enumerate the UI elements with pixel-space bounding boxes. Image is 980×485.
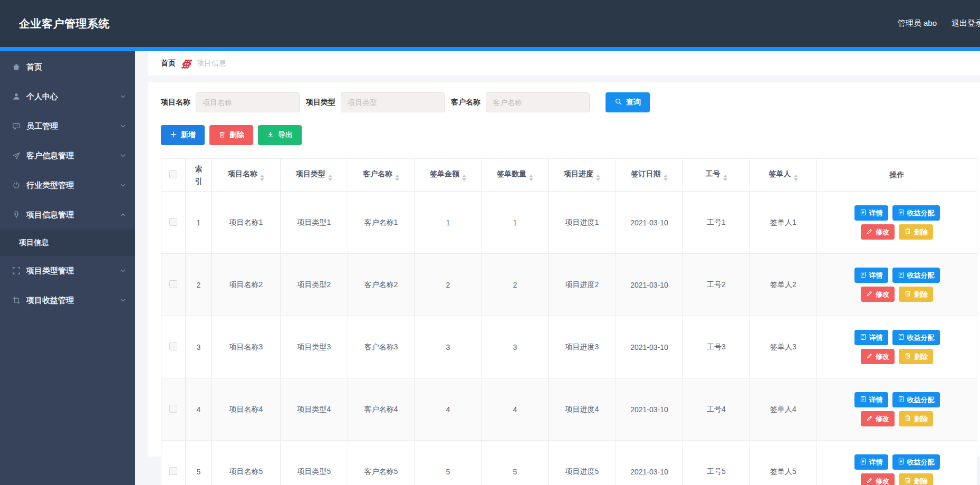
customer-name-input[interactable] (486, 92, 590, 112)
project-type-input[interactable] (341, 92, 445, 112)
row-checkbox[interactable] (169, 467, 177, 475)
edit-button[interactable]: 修改 (861, 224, 895, 240)
sidebar-item-home[interactable]: 首页 (0, 52, 135, 82)
export-button[interactable]: 导出 (258, 125, 302, 145)
row-delete-button[interactable]: 删除 (899, 224, 933, 240)
cell-actions: 详情 收益分配 修改 删除 (817, 378, 977, 441)
trash-icon (904, 290, 911, 299)
edit-button[interactable]: 修改 (861, 287, 895, 302)
cell-customer: 客户名称5 (348, 441, 415, 485)
trash-icon (218, 131, 226, 140)
logout-link[interactable]: 退出登录 (952, 18, 980, 28)
pencil-icon (866, 353, 873, 361)
row-delete-button[interactable]: 删除 (899, 287, 933, 302)
add-button[interactable]: 新增 (161, 125, 205, 145)
profit-allocate-button[interactable]: 收益分配 (892, 392, 940, 407)
cell-signer: 签单人4 (750, 378, 817, 441)
sort-icon[interactable] (596, 175, 600, 181)
column-header-index: 索引 (186, 159, 212, 192)
cell-customer: 客户名称1 (348, 192, 415, 254)
column-header-amount[interactable]: 签单金额 (415, 159, 482, 192)
sidebar-item-label: 项目信息管理 (26, 210, 74, 220)
search-group-customer-name: 客户名称 (451, 92, 590, 112)
navbar-right: 管理员 abo 退出登录 (898, 0, 980, 47)
project-name-input[interactable] (196, 92, 300, 112)
document-icon (898, 209, 905, 217)
sidebar-item-project-type[interactable]: 项目类型管理 (0, 256, 135, 286)
sidebar-item-profile[interactable]: 个人中心 (0, 82, 135, 111)
sort-icon[interactable] (664, 175, 668, 181)
sort-icon[interactable] (328, 175, 332, 181)
detail-button[interactable]: 详情 (854, 392, 888, 407)
query-button[interactable]: 查询 (606, 92, 650, 112)
column-header-progress[interactable]: 项目进度 (549, 159, 616, 192)
table-header-row: 索引项目名称项目类型客户名称签单金额签单数量项目进度签订日期工号签单人操作 (161, 159, 977, 192)
search-form: 项目名称 项目类型 客户名称 查询 (161, 92, 977, 112)
sort-icon[interactable] (794, 175, 798, 181)
plus-icon (170, 131, 177, 140)
delete-button[interactable]: 删除 (209, 125, 253, 145)
detail-button[interactable]: 详情 (854, 454, 888, 470)
cell-progress: 项目进度2 (549, 254, 616, 316)
sidebar-subitem-project-info[interactable]: 项目信息 (0, 230, 135, 256)
profit-allocate-button[interactable]: 收益分配 (892, 454, 940, 470)
edit-button[interactable]: 修改 (861, 411, 895, 426)
cell-index: 5 (186, 441, 212, 485)
row-checkbox[interactable] (169, 405, 177, 413)
select-all-checkbox[interactable] (169, 170, 177, 178)
column-header-work-no[interactable]: 工号 (683, 159, 750, 192)
cell-date: 2021-03-10 (616, 316, 683, 378)
column-header-signer[interactable]: 签单人 (750, 159, 817, 192)
sort-icon[interactable] (395, 175, 399, 181)
app-title: 企业客户管理系统 (19, 16, 110, 31)
detail-button[interactable]: 详情 (854, 205, 888, 221)
cell-customer: 客户名称3 (348, 316, 415, 378)
row-delete-button[interactable]: 删除 (899, 473, 933, 485)
detail-button[interactable]: 详情 (854, 268, 888, 283)
sidebar-item-project-info-mgmt[interactable]: 项目信息管理 (0, 200, 135, 230)
chevron-down-icon (119, 267, 127, 274)
sort-icon[interactable] (723, 175, 727, 181)
profit-allocate-button[interactable]: 收益分配 (892, 205, 940, 221)
profit-allocate-button[interactable]: 收益分配 (892, 330, 940, 345)
trash-icon (904, 414, 911, 423)
row-delete-button[interactable]: 删除 (899, 349, 933, 364)
sidebar-item-customer-info[interactable]: 客户信息管理 (0, 141, 135, 170)
column-header-quantity[interactable]: 签单数量 (482, 159, 549, 192)
profit-allocate-button[interactable]: 收益分配 (892, 268, 940, 283)
document-icon (898, 271, 905, 280)
detail-button[interactable]: 详情 (854, 330, 888, 345)
sidebar-item-project-profit[interactable]: 项目收益管理 (0, 286, 135, 315)
sidebar-item-label: 项目类型管理 (26, 266, 74, 276)
sort-icon[interactable] (260, 175, 264, 181)
select-all-header-cell (161, 159, 186, 192)
row-delete-button[interactable]: 删除 (899, 411, 933, 426)
cell-name: 项目名称2 (212, 254, 281, 316)
column-header-customer[interactable]: 客户名称 (348, 159, 415, 192)
pencil-icon (866, 290, 873, 299)
current-user[interactable]: 管理员 abo (898, 18, 937, 28)
breadcrumb-home[interactable]: 首页 (161, 59, 176, 68)
cell-work-no: 工号4 (683, 378, 750, 441)
table-row: 4项目名称4项目类型4客户名称444项目进度42021-03-10工号4签单人4… (161, 378, 977, 441)
sort-icon[interactable] (529, 175, 533, 181)
cell-actions: 详情 收益分配 修改 删除 (817, 254, 977, 316)
cell-customer: 客户名称2 (348, 254, 415, 316)
sidebar-item-staff-mgmt[interactable]: 员工管理 (0, 111, 135, 141)
row-checkbox[interactable] (169, 280, 177, 288)
row-checkbox[interactable] (169, 218, 177, 226)
sort-icon[interactable] (462, 175, 466, 181)
chevron-down-icon (119, 297, 127, 304)
cell-quantity: 1 (482, 192, 549, 254)
column-header-name[interactable]: 项目名称 (212, 159, 281, 192)
edit-button[interactable]: 修改 (861, 349, 895, 364)
column-header-type[interactable]: 项目类型 (281, 159, 348, 192)
row-checkbox[interactable] (169, 343, 177, 350)
cell-date: 2021-03-10 (616, 441, 683, 485)
cell-signer: 签单人3 (750, 316, 817, 378)
edit-button[interactable]: 修改 (861, 473, 895, 485)
projects-table: 索引项目名称项目类型客户名称签单金额签单数量项目进度签订日期工号签单人操作 1项… (161, 158, 977, 485)
sidebar-item-industry-type[interactable]: 行业类型管理 (0, 170, 135, 200)
column-header-date[interactable]: 签订日期 (616, 159, 683, 192)
toolbar: 新增 删除 导出 (161, 125, 977, 145)
